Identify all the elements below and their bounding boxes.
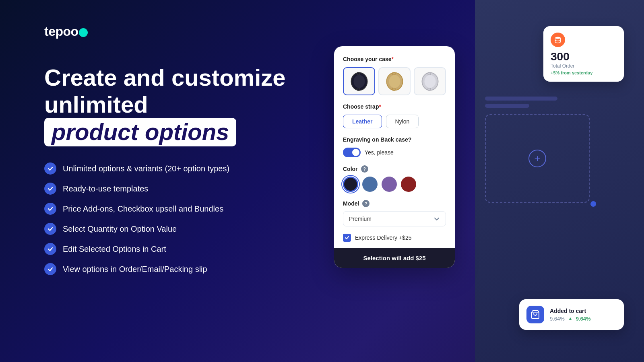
check-icon-3: [44, 203, 56, 215]
color-purple[interactable]: [382, 177, 397, 192]
feature-text-6: View options in Order/Email/Packing slip: [63, 265, 207, 274]
engraving-toggle-label: Yes, please: [365, 149, 394, 156]
hero-line1: Create and customize: [44, 64, 286, 90]
logo-text: tepoo: [44, 24, 78, 39]
case-option-gold[interactable]: [378, 67, 411, 95]
check-icon-1: [44, 162, 56, 175]
engraving-row: Yes, please: [343, 148, 446, 157]
svg-rect-6: [392, 72, 395, 75]
strap-required-star: *: [379, 103, 381, 110]
cart-icon: [530, 310, 540, 319]
hero-title: Create and customize unlimited product o…: [44, 64, 326, 146]
hero-line2-prefix: unlimited: [44, 91, 148, 117]
arrow-up-icon: ▲: [568, 316, 573, 321]
screen-mockup: +: [485, 97, 622, 203]
feature-item-2: Ready-to-use templates: [44, 183, 326, 195]
required-star: *: [392, 56, 394, 62]
hero-section: Create and customize unlimited product o…: [44, 64, 326, 275]
color-dark[interactable]: [343, 177, 358, 192]
cart-info: Added to cart 9.64% ▲ 9.64%: [550, 308, 617, 322]
model-selected-value: Premium: [349, 216, 372, 222]
chevron-down-icon: [433, 216, 440, 222]
checkbox-check-icon: [345, 235, 349, 240]
svg-point-5: [389, 75, 400, 88]
feature-item-6: View options in Order/Email/Packing slip: [44, 263, 326, 275]
svg-rect-10: [428, 72, 431, 75]
model-dropdown[interactable]: Premium: [343, 211, 446, 226]
feature-item-5: Edit Selected Options in Cart: [44, 243, 326, 255]
feature-text-5: Edit Selected Options in Cart: [63, 245, 166, 254]
model-info-icon[interactable]: ?: [362, 200, 369, 207]
svg-point-12: [555, 37, 560, 39]
card-footer: Selection will add $25: [334, 248, 455, 268]
color-row: [343, 177, 446, 192]
total-order-card: 300 Total Order +5% from yesterday: [543, 26, 624, 82]
logo: tepoo: [44, 24, 88, 39]
check-icon-4: [44, 223, 56, 235]
total-order-number: 300: [551, 50, 617, 63]
hero-highlight-text: product options: [52, 119, 229, 145]
case-options: [343, 67, 446, 95]
feature-item-4: Select Quantity on Option Value: [44, 223, 326, 235]
toggle-thumb: [352, 149, 359, 156]
color-info-icon[interactable]: ?: [361, 165, 368, 173]
total-order-icon: [551, 33, 565, 47]
product-card: Choose your case*: [334, 46, 455, 268]
svg-rect-7: [392, 88, 395, 90]
strap-options: Leather Nylon: [343, 115, 446, 128]
model-label-row: Model ?: [343, 200, 446, 207]
check-icon-5: [44, 243, 56, 255]
color-red[interactable]: [401, 177, 416, 192]
svg-rect-3: [357, 88, 360, 90]
feature-text-4: Select Quantity on Option Value: [63, 224, 177, 234]
strap-leather-btn[interactable]: Leather: [343, 115, 382, 128]
logo-dot: [79, 28, 88, 37]
feature-list: Unlimited options & variants (20+ option…: [44, 162, 326, 275]
total-order-label: Total Order: [551, 63, 617, 69]
color-label-row: Color ?: [343, 165, 446, 173]
engraving-section-label: Engraving on Back case?: [343, 136, 446, 143]
cart-percent-up: 9.64%: [576, 316, 591, 322]
feature-text-3: Price Add-ons, Checkbox upsell and Bundl…: [63, 204, 223, 214]
color-label: Color: [343, 166, 358, 172]
screen-connector-dot: [590, 201, 596, 207]
case-option-dark[interactable]: [343, 67, 375, 95]
strap-nylon-btn[interactable]: Nylon: [386, 115, 419, 128]
card-footer-text: Selection will add $25: [363, 255, 425, 261]
express-row: Express Delivery +$25: [343, 234, 446, 242]
add-content-button[interactable]: +: [528, 150, 546, 167]
cart-title: Added to cart: [550, 308, 617, 314]
screen-box: +: [485, 114, 590, 203]
color-blue[interactable]: [362, 177, 378, 192]
engraving-toggle[interactable]: [343, 148, 361, 157]
model-label: Model: [343, 200, 359, 207]
cart-card: Added to cart 9.64% ▲ 9.64%: [519, 299, 624, 330]
choose-case-label: Choose your case*: [343, 56, 446, 62]
check-icon-6: [44, 263, 56, 275]
svg-point-9: [424, 75, 436, 88]
feature-item-1: Unlimited options & variants (20+ option…: [44, 162, 326, 175]
feature-text-1: Unlimited options & variants (20+ option…: [63, 164, 229, 173]
svg-rect-2: [357, 72, 360, 75]
screen-line-2: [485, 104, 529, 108]
feature-text-2: Ready-to-use templates: [63, 184, 148, 193]
svg-point-1: [353, 75, 365, 88]
total-order-badge: +5% from yesterday: [551, 70, 617, 75]
svg-rect-11: [428, 88, 431, 90]
hero-highlight-box: product options: [44, 118, 236, 146]
express-checkbox[interactable]: [343, 234, 351, 242]
screen-line-1: [485, 97, 557, 101]
express-label: Express Delivery +$25: [355, 234, 411, 241]
cart-stats: 9.64% ▲ 9.64%: [550, 316, 617, 322]
model-section: Model ? Premium: [343, 200, 446, 226]
case-option-silver[interactable]: [414, 67, 446, 95]
database-icon: [554, 36, 562, 44]
cart-icon-wrap: [526, 306, 544, 323]
feature-item-3: Price Add-ons, Checkbox upsell and Bundl…: [44, 203, 326, 215]
color-section: Color ?: [343, 165, 446, 192]
check-icon-2: [44, 183, 56, 195]
cart-percent: 9.64%: [550, 316, 565, 322]
choose-strap-label: Choose strap*: [343, 103, 446, 110]
